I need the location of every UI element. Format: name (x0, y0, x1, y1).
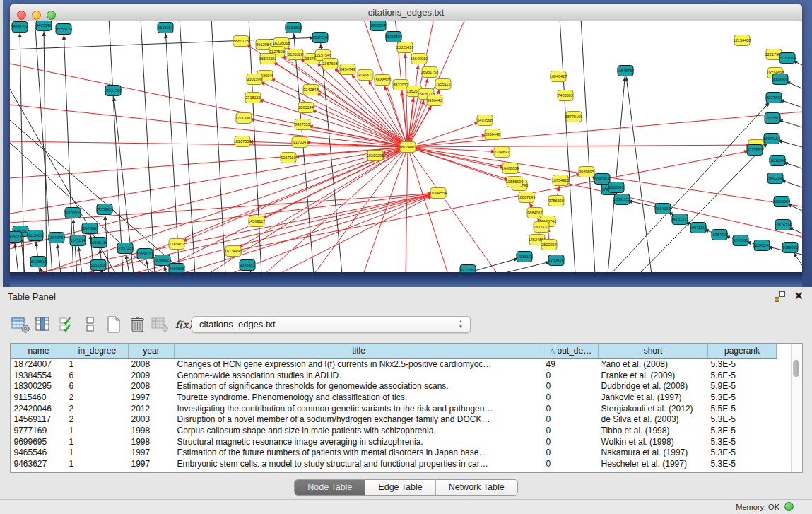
table-cell[interactable]: 0 (543, 425, 599, 436)
close-panel-icon[interactable]: ✕ (794, 289, 804, 303)
table-cell[interactable]: Stergiakouli et al. (2012) (599, 403, 708, 414)
graph-edge[interactable] (625, 71, 652, 272)
table-cell[interactable]: 9463627 (11, 458, 66, 469)
graph-edge[interactable] (38, 147, 408, 272)
column-header-out_de[interactable]: △out_de… (543, 344, 599, 358)
table-cell[interactable]: 1 (66, 436, 129, 448)
graph-edge[interactable] (265, 76, 408, 147)
graph-edge[interactable] (408, 72, 430, 147)
node-table[interactable]: namein_degreeyeartitle△out_de…shortpager… (11, 344, 777, 469)
table-cell[interactable]: Jankovic et al. (1997) (599, 392, 708, 403)
graph-edge[interactable] (141, 21, 155, 272)
select-rows-icon[interactable] (57, 314, 78, 335)
graph-edge[interactable] (408, 145, 756, 147)
table-cell[interactable]: 0 (543, 458, 599, 469)
table-cell[interactable]: 5.3E-5 (708, 425, 777, 436)
table-cell[interactable]: 1998 (129, 436, 175, 448)
table-cell[interactable]: Wolkin et al. (1998) (599, 436, 708, 448)
create-table-icon[interactable] (103, 314, 124, 335)
table-cell[interactable]: 6 (66, 370, 129, 381)
table-cell[interactable]: 0 (543, 370, 599, 381)
tab-node-table[interactable]: Node Table (295, 480, 365, 495)
table-cell[interactable]: 2 (66, 392, 129, 403)
graph-edge[interactable] (408, 21, 434, 147)
table-cell[interactable]: 9777169 (11, 425, 66, 436)
table-cell[interactable]: 1 (66, 358, 129, 370)
table-cell[interactable]: Structural magnetic resonance image aver… (175, 436, 543, 448)
table-cell[interactable]: Estimation of the future numbers of pati… (175, 448, 543, 459)
table-cell[interactable]: 9465546 (11, 448, 66, 459)
graph-edge[interactable] (180, 193, 438, 272)
graph-edge[interactable] (611, 98, 774, 272)
table-cell[interactable]: 9115460 (11, 392, 66, 403)
scrollbar-thumb[interactable] (793, 360, 799, 377)
table-cell[interactable]: 0 (543, 380, 599, 392)
table-cell[interactable]: 5.3E-5 (708, 448, 777, 459)
show-columns-icon[interactable] (33, 314, 54, 335)
table-row[interactable]: 1456911722003Disruption of a novel membe… (11, 414, 777, 425)
tab-network-table[interactable]: Network Table (436, 480, 517, 495)
table-cell[interactable]: 5.6E-5 (708, 370, 777, 381)
table-cell[interactable]: 0 (543, 414, 599, 425)
table-cell[interactable]: Hescheler et al. (1997) (599, 458, 708, 469)
table-cell[interactable]: Genome-wide association studies in ADHD. (175, 370, 543, 381)
citation-network-graph[interactable]: 1872400719384554183002958660123891295418… (10, 21, 802, 272)
table-cell[interactable]: 9699695 (11, 436, 66, 448)
graph-edge[interactable] (10, 64, 408, 147)
table-cell[interactable]: 2 (66, 403, 129, 414)
table-cell[interactable]: 2 (66, 414, 129, 425)
table-cell[interactable]: de Silva et al. (2003) (599, 414, 708, 425)
table-cell[interactable]: 14569117 (11, 414, 66, 425)
table-cell[interactable]: Tibbo et al. (1998) (599, 425, 708, 436)
table-cell[interactable]: Yano et al. (2008) (599, 358, 708, 370)
column-header-name[interactable]: name (11, 344, 66, 358)
table-cell[interactable]: Nakamura et al. (1997) (599, 448, 708, 459)
graph-edge[interactable] (408, 120, 485, 147)
table-cell[interactable]: Corpus callosum shape and size in male p… (175, 425, 543, 436)
table-cell[interactable]: Changes of HCN gene expression and I(f) … (175, 358, 543, 370)
table-row[interactable]: 2242004622012Investigating the contribut… (11, 403, 777, 414)
column-header-pagerank[interactable]: pagerank (708, 344, 777, 358)
float-panel-icon[interactable] (775, 291, 785, 302)
table-row[interactable]: 946554611997Estimation of the future num… (11, 448, 777, 459)
table-cell[interactable]: Investigating the contribution of common… (175, 403, 543, 414)
table-cell[interactable]: 5.3E-5 (708, 436, 777, 448)
column-header-short[interactable]: short (599, 344, 708, 358)
table-cell[interactable]: 5.3E-5 (708, 392, 777, 403)
table-cell[interactable]: 1 (66, 448, 129, 459)
table-cell[interactable]: 1997 (129, 392, 175, 403)
delete-table-icon[interactable] (126, 314, 148, 335)
import-table-icon[interactable] (150, 314, 171, 335)
table-cell[interactable]: 18300295 (11, 380, 66, 392)
graph-edge[interactable] (229, 193, 438, 272)
table-cell[interactable]: 2003 (129, 414, 175, 425)
table-cell[interactable]: 49 (543, 358, 599, 370)
network-graph-canvas[interactable]: 1872400719384554183002958660123891295418… (10, 21, 802, 272)
network-selector-dropdown[interactable]: citations_edges.txt ▲▼ (192, 316, 471, 333)
table-cell[interactable]: 1997 (129, 458, 175, 469)
table-row[interactable]: 1872400712008Changes of HCN gene express… (11, 358, 777, 370)
graph-edge[interactable] (10, 105, 408, 147)
table-cell[interactable]: 5.3E-5 (708, 414, 777, 425)
table-cell[interactable]: 2008 (129, 380, 175, 392)
table-cell[interactable]: 5.5E-5 (708, 403, 777, 414)
table-cell[interactable]: Tourette syndrome. Phenomenology and cla… (175, 392, 543, 403)
table-cell[interactable]: 18724007 (11, 358, 66, 370)
hide-selected-icon[interactable] (80, 314, 101, 335)
table-cell[interactable]: 19384554 (11, 370, 66, 381)
table-row[interactable]: 911546021997Tourette syndrome. Phenomeno… (11, 392, 777, 403)
table-cell[interactable]: Estimation of significance thresholds fo… (175, 380, 543, 392)
table-cell[interactable]: 0 (543, 392, 599, 403)
table-cell[interactable]: 2009 (129, 370, 175, 381)
graph-edge[interactable] (581, 21, 595, 272)
table-cell[interactable]: 1998 (129, 425, 175, 436)
table-cell[interactable]: 0 (543, 448, 599, 459)
graph-edge[interactable] (408, 147, 498, 272)
graph-edge[interactable] (165, 28, 180, 272)
table-cell[interactable]: 1 (66, 458, 129, 469)
graph-edge[interactable] (608, 71, 625, 272)
table-cell[interactable]: 1997 (129, 448, 175, 459)
table-cell[interactable]: 5.3E-5 (708, 358, 777, 370)
table-cell[interactable]: 2008 (129, 358, 175, 370)
graph-edge[interactable] (278, 193, 438, 272)
